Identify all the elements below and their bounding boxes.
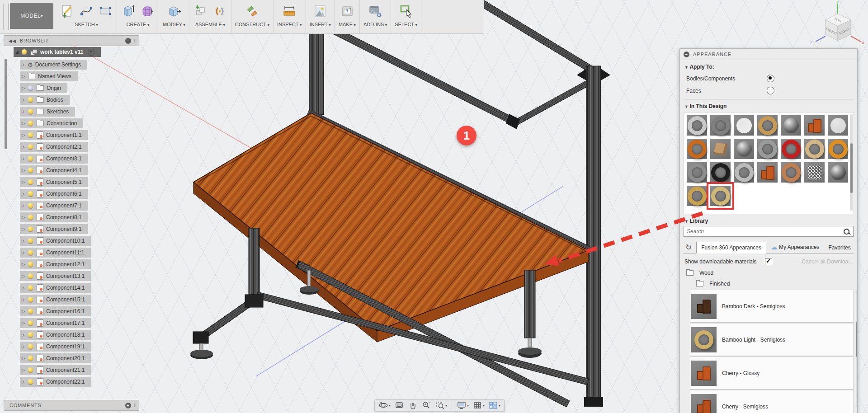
gantry-right-rail[interactable] [513,76,598,126]
expand-icon[interactable]: ▷ [22,297,27,302]
workspace-selector[interactable]: MODEL [10,3,53,29]
toolbar-menu-sketch[interactable]: SKETCH [75,22,98,27]
design-swatch-9[interactable] [710,139,731,159]
toolbar-menu-modify[interactable]: MODIFY [163,22,185,27]
browser-item-component11-1[interactable]: ▷Component11:1 [20,248,91,258]
toolbar-menu-assemble[interactable]: ASSEMBLE [195,22,225,27]
browser-item-component20-1[interactable]: ▷Component20:1 [20,353,91,363]
browser-item-component17-1[interactable]: ▷Component17:1 [20,318,91,328]
joint-icon[interactable] [212,4,227,19]
design-swatch-15[interactable] [687,162,707,183]
tab-favorites[interactable]: Favorites [824,242,855,253]
form-icon[interactable] [140,4,155,19]
orbit-icon[interactable]: ▾ [377,401,392,410]
library-folder-finished[interactable]: Finished [695,281,857,287]
browser-scrollbar[interactable] [5,59,7,149]
browser-item-component5-1[interactable]: ▷Component5:1 [20,177,88,187]
viewports-icon[interactable]: ▾ [487,401,501,410]
addins-icon[interactable]: >_⚙ [368,4,383,19]
panel-drag-handle[interactable]: ‖ [134,38,136,43]
expand-icon[interactable]: ▷ [22,274,27,278]
chevron-down-icon[interactable]: ▾ [389,404,391,408]
visibility-bulb-icon[interactable] [28,238,33,243]
design-swatch-2[interactable] [710,115,731,136]
expand-icon[interactable]: ▷ [22,227,27,231]
browser-item-named-views[interactable]: ▷Named Views [20,71,78,81]
measure-icon[interactable] [282,4,297,19]
visibility-bulb-icon[interactable] [28,156,33,161]
visibility-bulb-icon[interactable] [28,379,33,384]
window-zoom-icon[interactable]: ▾ [434,401,448,410]
collapse-dialog-icon[interactable]: − [684,52,689,57]
design-swatch-13[interactable] [804,139,825,159]
browser-item-component2-1[interactable]: ▷Component2:1 [20,142,88,152]
pan-icon[interactable] [407,401,419,410]
print-icon[interactable] [340,4,355,19]
toolbar-grip[interactable] [3,4,9,30]
design-swatch-11[interactable] [757,139,778,159]
browser-item-component1-1[interactable]: ▷Component1:1 [20,130,88,140]
expand-icon[interactable]: ▷ [22,98,27,102]
design-swatch-6[interactable] [804,115,825,136]
toolbar-menu-inspect[interactable]: INSPECT [277,22,302,27]
cancel-downloads-link[interactable]: Cancel all Downloa... [772,258,853,265]
visibility-bulb-icon[interactable] [28,97,33,102]
refresh-icon[interactable]: ↻ [685,243,692,252]
visibility-bulb-icon[interactable] [28,85,33,90]
library-folder-wood[interactable]: Wood [685,270,857,276]
browser-item-component8-1[interactable]: ▷Component8:1 [20,212,88,222]
expand-icon[interactable]: ▷ [22,203,27,208]
visibility-bulb-icon[interactable] [28,273,33,278]
browser-item-origin[interactable]: ▷Origin [20,83,67,93]
view-cube[interactable]: Y Z X TOP FRONT RIGHT [807,0,868,48]
visibility-bulb-icon[interactable] [28,262,33,267]
chevron-down-icon[interactable]: ▾ [445,404,447,408]
browser-item-component22-1[interactable]: ▷Component22:1 [20,377,91,387]
expand-icon[interactable]: ▷ [22,215,27,220]
table-leg-front-right[interactable] [524,270,535,338]
insert-image-icon[interactable] [312,4,328,19]
visibility-bulb-icon[interactable] [28,332,33,337]
visibility-bulb-icon[interactable] [28,344,33,349]
visibility-bulb-icon[interactable] [28,132,33,137]
expand-icon[interactable]: ▷ [22,168,27,173]
toolbar-menu-add-ins[interactable]: ADD-INS [363,22,387,27]
faces-radio[interactable] [767,87,774,94]
tab-fusion-appearances[interactable]: Fusion 360 Appearances [696,242,766,253]
material-row-bamboo-dark-semigloss[interactable]: Bamboo Dark - Semigloss [690,290,854,323]
design-swatch-5[interactable] [781,115,801,136]
toolbar-menu-select[interactable]: SELECT [395,22,417,27]
design-swatch-14[interactable] [828,139,848,159]
gantry-right-post[interactable] [586,66,601,406]
browser-item-component16-1[interactable]: ▷Component16:1 [20,306,91,316]
design-swatch-22[interactable] [687,186,707,206]
visibility-bulb-icon[interactable] [28,367,33,372]
expand-icon[interactable]: ▷ [22,380,27,384]
visibility-bulb-icon[interactable] [28,356,33,361]
design-swatch-12[interactable] [781,139,801,159]
design-swatch-1[interactable] [687,115,707,136]
visibility-bulb-icon[interactable] [28,215,33,220]
browser-item-component9-1[interactable]: ▷Component9:1 [20,224,88,234]
expand-icon[interactable]: ▷ [22,74,27,79]
browser-item-construction[interactable]: ▷Construction [20,118,83,128]
new-component-icon[interactable] [193,4,208,19]
design-swatch-19[interactable] [781,162,801,183]
browser-item-component19-1[interactable]: ▷Component19:1 [20,342,91,352]
design-swatch-17[interactable] [734,162,754,183]
spline-icon[interactable] [79,4,94,19]
tab-my-appearances[interactable]: ☁My Appearances [766,241,824,253]
press-pull-icon[interactable] [166,4,182,19]
expand-icon[interactable]: ▷ [22,133,27,137]
expand-icon[interactable]: ▷ [22,180,27,184]
browser-item-sketches[interactable]: ▷Sketches [20,107,75,117]
panel-drag-handle[interactable]: ‖ [134,403,136,408]
browser-item-component7-1[interactable]: ▷Component7:1 [20,201,88,211]
browser-item-component10-1[interactable]: ▷Component10:1 [20,236,91,246]
design-swatch-7[interactable] [828,115,848,136]
select-icon[interactable] [398,4,414,19]
browser-item-component14-1[interactable]: ▷Component14:1 [20,283,91,293]
expand-icon[interactable]: ▷ [22,145,27,149]
toolbar-menu-make[interactable]: MAKE [339,22,356,27]
collapse-panel-icon[interactable]: ◀◀ [9,38,16,43]
